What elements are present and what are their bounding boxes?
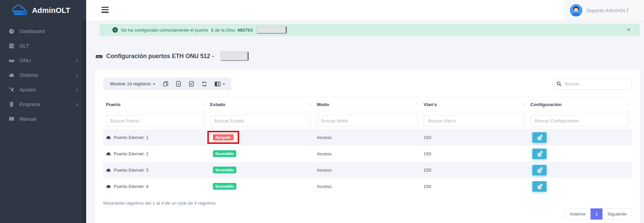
mode-value: Access <box>317 184 332 189</box>
port-label: Puerto Eternet: 4 <box>114 184 148 189</box>
filter-modo-input[interactable] <box>317 115 418 126</box>
column-header-modo[interactable]: Modo↑↓ <box>314 97 421 112</box>
menu-toggle-button[interactable] <box>101 7 109 14</box>
filter-estado-input[interactable] <box>210 115 312 126</box>
sidebar-item-label: Manual <box>19 116 36 122</box>
ports-table: Puerto↑↓ Estado↑↓ Modo↑↓ Vlan's↑↓ Config… <box>103 97 632 194</box>
copy-icon <box>163 81 169 87</box>
column-header-estado[interactable]: Estado↑↓ <box>207 97 314 112</box>
sidebar-item-onu[interactable]: ONU › <box>0 53 86 68</box>
status-badge: Encendido <box>213 183 237 190</box>
vlan-value: 150 <box>424 184 431 189</box>
sidebar-item-manual[interactable]: Manual <box>0 112 86 126</box>
cloud-icon <box>9 72 15 78</box>
filter-configuracion-input[interactable] <box>530 115 629 126</box>
user-menu[interactable]: Soporte AdminOLT <box>564 0 644 21</box>
filter-puerto-input[interactable] <box>106 115 205 126</box>
redacted-onu-name <box>221 52 249 61</box>
router-icon <box>95 53 103 59</box>
search-input[interactable] <box>565 81 628 86</box>
port-label: Puerto Eternet: 1 <box>114 135 148 140</box>
gears-icon <box>536 167 543 173</box>
page-length-label: Mostrar 10 registros <box>110 81 151 86</box>
logo-cloud-router-icon <box>11 5 29 16</box>
sidebar-nav: Dashboard OLT ONU › Sistema › <box>0 24 86 126</box>
column-header-configuracion[interactable]: Configuración↑↓ <box>528 97 632 112</box>
configure-port-button[interactable] <box>532 165 547 175</box>
sidebar-item-label: Dashboard <box>19 28 44 34</box>
success-alert: i Se ha configurado correctamente el pue… <box>99 24 640 36</box>
alert-close-button[interactable]: × <box>627 27 630 33</box>
column-visibility-button[interactable]: ▾ <box>211 78 229 90</box>
highlight-outline: Apagado <box>207 131 239 144</box>
export-excel-button[interactable]: x <box>172 78 185 90</box>
caret-down-icon: ▾ <box>153 82 155 86</box>
export-file-button[interactable] <box>185 78 198 90</box>
column-header-vlans[interactable]: Vlan's↑↓ <box>421 97 528 112</box>
refresh-icon <box>201 81 207 87</box>
sidebar: AdminOLT Dashboard OLT ONU › <box>0 0 86 223</box>
table-header-row: Puerto↑↓ Estado↑↓ Modo↑↓ Vlan's↑↓ Config… <box>103 97 632 112</box>
sidebar-item-sistema[interactable]: Sistema › <box>0 68 86 82</box>
gauge-icon <box>9 28 15 34</box>
column-label: Puerto <box>106 102 121 107</box>
status-badge: Apagado <box>213 134 234 141</box>
table-filter-row <box>103 112 632 130</box>
file-lines-icon <box>189 81 194 87</box>
mode-value: Access <box>317 151 332 156</box>
page-title-text: Configuración puertos ETH ONU 512 - <box>106 53 214 60</box>
chevron-right-icon: › <box>76 87 78 93</box>
sort-icon: ↑↓ <box>309 102 311 107</box>
configure-port-button[interactable] <box>532 149 547 159</box>
pagination-page-1[interactable]: 1 <box>591 208 603 220</box>
main-content: i Se ha configurado correctamente el pue… <box>86 21 644 223</box>
ethernet-port-icon <box>106 184 111 189</box>
column-label: Configuración <box>530 102 562 107</box>
app-root: AdminOLT Dashboard OLT ONU › <box>0 0 644 223</box>
gears-icon <box>536 150 543 157</box>
sidebar-item-label: ONU <box>19 57 31 63</box>
sidebar-item-olt[interactable]: OLT <box>0 38 86 53</box>
sidebar-item-dashboard[interactable]: Dashboard <box>0 24 86 38</box>
sort-icon: ↑↓ <box>415 102 418 107</box>
logo-text: AdminOLT <box>32 6 70 15</box>
port-label: Puerto Eternet: 3 <box>114 168 148 173</box>
table-toolbar: Mostrar 10 registros ▾ x <box>103 78 632 90</box>
pagination-previous-button[interactable]: Anterior <box>565 208 591 220</box>
table-search <box>552 78 632 90</box>
user-name: Soporte AdminOLT <box>586 7 629 13</box>
filter-vlans-input[interactable] <box>424 115 525 126</box>
sidebar-item-label: Sistema <box>19 72 38 78</box>
copy-button[interactable] <box>159 78 172 90</box>
mode-value: Access <box>317 168 332 173</box>
topbar: Soporte AdminOLT <box>86 0 644 21</box>
gears-icon <box>536 183 543 190</box>
vlan-value: 150 <box>424 135 431 140</box>
toolbar-button-group: Mostrar 10 registros ▾ x <box>103 78 231 90</box>
chevron-right-icon: › <box>76 101 78 107</box>
app-logo[interactable]: AdminOLT <box>0 0 86 21</box>
search-icon <box>556 81 562 86</box>
table-info-text: Mostrando registros del 1 al 4 de un tot… <box>103 201 632 206</box>
configure-port-button[interactable] <box>532 132 547 143</box>
sort-icon: ↑↓ <box>522 102 525 107</box>
page-length-dropdown[interactable]: Mostrar 10 registros ▾ <box>106 81 159 86</box>
column-label: Modo <box>317 102 329 107</box>
svg-text:x: x <box>178 82 179 86</box>
sidebar-item-ajustes[interactable]: Ajustes › <box>0 82 86 97</box>
tools-icon <box>9 87 15 93</box>
sidebar-item-label: Empresa <box>19 101 40 107</box>
column-label: Vlan's <box>424 102 437 107</box>
configure-port-button[interactable] <box>532 181 547 192</box>
ethernet-port-icon <box>106 168 111 172</box>
router-icon <box>9 57 15 64</box>
sidebar-item-empresa[interactable]: Empresa › <box>0 97 86 112</box>
redacted-onu-name <box>257 27 287 34</box>
alert-port-number: 1 <box>211 28 214 33</box>
pagination-next-button[interactable]: Siguiente <box>602 208 632 220</box>
column-header-puerto[interactable]: Puerto↑↓ <box>103 97 207 112</box>
refresh-button[interactable] <box>198 78 211 90</box>
page-title: Configuración puertos ETH ONU 512 - <box>95 52 644 61</box>
column-label: Estado <box>210 102 225 107</box>
sort-icon: ↑↓ <box>626 102 629 107</box>
